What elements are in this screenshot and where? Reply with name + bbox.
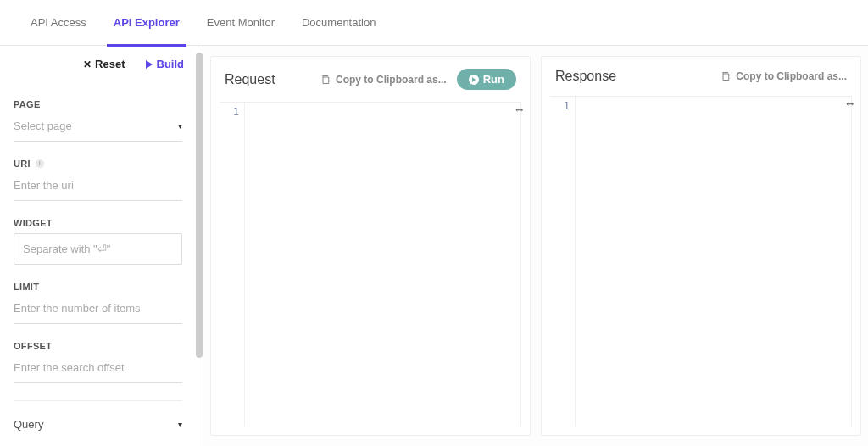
chevron-down-icon: ▾ [178,420,182,429]
response-panel: Response Copy to Clipboard as... 1 ⤢ [541,56,861,436]
reset-button[interactable]: Reset [83,58,125,70]
request-editor-body[interactable] [245,103,521,426]
run-label: Run [483,73,504,86]
build-label: Build [157,58,185,70]
response-line-gutter: 1 [550,97,576,426]
response-editor-body[interactable] [576,97,852,426]
copy-icon [320,75,331,85]
uri-input[interactable] [14,174,182,201]
request-copy-button[interactable]: Copy to Clipboard as... [320,74,447,86]
offset-label: OFFSET [14,341,182,351]
response-editor[interactable]: 1 ⤢ [550,96,852,426]
request-panel: Request Copy to Clipboard as... Run 1 ⤢ [210,56,531,436]
svg-rect-1 [723,74,729,81]
response-copy-label: Copy to Clipboard as... [736,70,847,82]
copy-icon [721,71,731,81]
page-select[interactable]: Select page ▾ [14,114,182,142]
tabs-bar: API Access API Explorer Event Monitor Do… [0,0,868,46]
play-icon [146,60,153,69]
tab-api-access[interactable]: API Access [17,0,100,46]
page-label: PAGE [14,99,182,109]
widget-input[interactable] [14,233,182,265]
query-accordion[interactable]: Query ▾ [14,400,182,441]
limit-label: LIMIT [14,282,182,292]
limit-input[interactable] [14,297,182,324]
page-select-placeholder: Select page [14,120,72,132]
tab-api-explorer[interactable]: API Explorer [100,0,193,46]
tab-event-monitor[interactable]: Event Monitor [193,0,288,46]
query-accordion-label: Query [14,418,43,431]
play-circle-icon [469,75,479,85]
request-line-gutter: 1 [220,103,245,426]
request-editor[interactable]: 1 ⤢ [220,102,521,426]
chevron-down-icon: ▾ [178,121,182,131]
close-icon [83,58,92,70]
main-area: Reset Build PAGE Select page ▾ URI i [0,46,868,446]
sidebar-actions: Reset Build [0,46,196,82]
widget-label: WIDGET [14,218,182,228]
svg-rect-0 [323,77,329,84]
tab-documentation[interactable]: Documentation [288,0,389,46]
reset-label: Reset [95,58,125,70]
sidebar: Reset Build PAGE Select page ▾ URI i [0,46,203,446]
panels-area: Request Copy to Clipboard as... Run 1 ⤢ [203,46,868,446]
uri-label-text: URI [14,159,31,169]
sidebar-scrollbar[interactable] [196,53,203,358]
request-title: Request [225,72,275,87]
build-button[interactable]: Build [146,58,185,70]
response-title: Response [555,69,616,84]
response-copy-button[interactable]: Copy to Clipboard as... [721,70,847,82]
offset-input[interactable] [14,356,182,383]
uri-label: URI i [14,159,182,169]
info-icon[interactable]: i [36,159,44,168]
request-copy-label: Copy to Clipboard as... [336,74,447,86]
run-button[interactable]: Run [457,69,516,90]
